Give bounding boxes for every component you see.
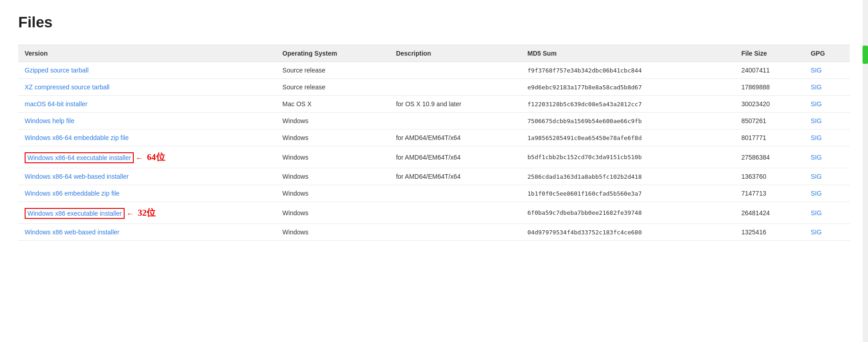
col-gpg: GPG bbox=[804, 45, 850, 62]
sig-link[interactable]: SIG bbox=[810, 67, 821, 74]
table-row: Windows help fileWindows7506675dcbb9a156… bbox=[18, 113, 850, 130]
cell-filesize: 27586384 bbox=[735, 146, 804, 168]
cell-gpg: SIG bbox=[804, 224, 850, 241]
cell-description bbox=[390, 224, 521, 241]
cell-description bbox=[390, 185, 521, 202]
cell-os: Windows bbox=[276, 113, 390, 130]
file-link[interactable]: Windows x86 embeddable zip file bbox=[25, 190, 120, 197]
arrow-icon: ← bbox=[136, 154, 143, 163]
sig-link[interactable]: SIG bbox=[810, 209, 821, 217]
files-table: Version Operating System Description MD5… bbox=[18, 45, 850, 241]
scrollbar-thumb[interactable] bbox=[863, 46, 868, 64]
cell-version: Windows x86 web-based installer bbox=[18, 224, 276, 241]
col-md5: MD5 Sum bbox=[521, 45, 735, 62]
table-row: Windows x86 web-based installerWindows04… bbox=[18, 224, 850, 241]
cell-gpg: SIG bbox=[804, 96, 850, 113]
cell-version: Windows x86-64 executable installer ←64位 bbox=[18, 146, 276, 168]
col-version: Version bbox=[18, 45, 276, 62]
cell-version: XZ compressed source tarball bbox=[18, 79, 276, 96]
cell-gpg: SIG bbox=[804, 62, 850, 79]
col-os: Operating System bbox=[276, 45, 390, 62]
cell-os: Windows bbox=[276, 130, 390, 146]
cell-md5: f9f3768f757e34b342dbc06b41cbc844 bbox=[521, 62, 735, 79]
cell-filesize: 30023420 bbox=[735, 96, 804, 113]
file-link[interactable]: Windows x86-64 embeddable zip file bbox=[25, 134, 129, 141]
cell-version: Windows x86 embeddable zip file bbox=[18, 185, 276, 202]
cell-gpg: SIG bbox=[804, 79, 850, 96]
col-filesize: File Size bbox=[735, 45, 804, 62]
cell-description: for AMD64/EM64T/x64 bbox=[390, 168, 521, 185]
cell-md5: 1b1f0f0c5ee8601f160cfad5b560e3a7 bbox=[521, 185, 735, 202]
table-header-row: Version Operating System Description MD5… bbox=[18, 45, 850, 62]
table-row: Windows x86-64 web-based installerWindow… bbox=[18, 168, 850, 185]
file-link[interactable]: macOS 64-bit installer bbox=[25, 100, 88, 108]
cell-filesize: 7147713 bbox=[735, 185, 804, 202]
cell-version: Windows help file bbox=[18, 113, 276, 130]
cell-md5: f12203128b5c639dc08e5a43a2812cc7 bbox=[521, 96, 735, 113]
cell-os: Mac OS X bbox=[276, 96, 390, 113]
arrow-icon: ← bbox=[126, 209, 134, 218]
cell-os: Source release bbox=[276, 62, 390, 79]
cell-md5: e9d6ebc92183a177b8e8a58cad5b8d67 bbox=[521, 79, 735, 96]
cell-os: Windows bbox=[276, 202, 390, 224]
cell-md5: 04d97979534f4bd33752c183fc4ce680 bbox=[521, 224, 735, 241]
cell-version: Windows x86 executable installer ←32位 bbox=[18, 202, 276, 224]
table-row: Windows x86 embeddable zip fileWindows1b… bbox=[18, 185, 850, 202]
cell-version: macOS 64-bit installer bbox=[18, 96, 276, 113]
cell-filesize: 8507261 bbox=[735, 113, 804, 130]
sig-link[interactable]: SIG bbox=[810, 117, 821, 124]
cell-filesize: 1325416 bbox=[735, 224, 804, 241]
cell-os: Windows bbox=[276, 146, 390, 168]
sig-link[interactable]: SIG bbox=[810, 173, 821, 180]
cell-gpg: SIG bbox=[804, 202, 850, 224]
sig-link[interactable]: SIG bbox=[810, 154, 821, 161]
cell-description: for AMD64/EM64T/x64 bbox=[390, 130, 521, 146]
file-link[interactable]: Windows x86-64 web-based installer bbox=[25, 173, 129, 180]
cell-gpg: SIG bbox=[804, 168, 850, 185]
table-row: macOS 64-bit installerMac OS Xfor OS X 1… bbox=[18, 96, 850, 113]
sig-link[interactable]: SIG bbox=[810, 134, 821, 141]
file-link[interactable]: Windows x86 executable installer bbox=[25, 208, 125, 219]
cell-os: Windows bbox=[276, 185, 390, 202]
cell-gpg: SIG bbox=[804, 130, 850, 146]
cell-filesize: 26481424 bbox=[735, 202, 804, 224]
file-link[interactable]: Windows help file bbox=[25, 117, 74, 124]
table-row: Windows x86 executable installer ←32位Win… bbox=[18, 202, 850, 224]
cell-version: Gzipped source tarball bbox=[18, 62, 276, 79]
file-link[interactable]: XZ compressed source tarball bbox=[25, 83, 110, 91]
sig-link[interactable]: SIG bbox=[810, 228, 821, 236]
cell-md5: b5df1cbb2bc152cd70c3da9151cb510b bbox=[521, 146, 735, 168]
cell-md5: 1a98565285491c0ea65450e78afe6f8d bbox=[521, 130, 735, 146]
cell-filesize: 1363760 bbox=[735, 168, 804, 185]
cell-gpg: SIG bbox=[804, 146, 850, 168]
cell-version: Windows x86-64 web-based installer bbox=[18, 168, 276, 185]
sig-link[interactable]: SIG bbox=[810, 83, 821, 91]
file-link[interactable]: Gzipped source tarball bbox=[25, 67, 89, 74]
cell-filesize: 8017771 bbox=[735, 130, 804, 146]
cell-filesize: 24007411 bbox=[735, 62, 804, 79]
sig-link[interactable]: SIG bbox=[810, 190, 821, 197]
cell-description bbox=[390, 113, 521, 130]
file-link[interactable]: Windows x86 web-based installer bbox=[25, 228, 120, 236]
cell-description bbox=[390, 202, 521, 224]
table-row: Windows x86-64 executable installer ←64位… bbox=[18, 146, 850, 168]
annotation-label: 64位 bbox=[147, 152, 165, 162]
table-row: XZ compressed source tarballSource relea… bbox=[18, 79, 850, 96]
cell-md5: 6f0ba59c7dbeba7bb0ee21682fe39748 bbox=[521, 202, 735, 224]
cell-description: for OS X 10.9 and later bbox=[390, 96, 521, 113]
table-row: Gzipped source tarballSource releasef9f3… bbox=[18, 62, 850, 79]
cell-md5: 2586cdad1a363d1a8abb5fc102b2d418 bbox=[521, 168, 735, 185]
sig-link[interactable]: SIG bbox=[810, 100, 821, 108]
file-link[interactable]: Windows x86-64 executable installer bbox=[25, 152, 134, 163]
table-row: Windows x86-64 embeddable zip fileWindow… bbox=[18, 130, 850, 146]
cell-md5: 7506675dcbb9a1569b54e600ae66c9fb bbox=[521, 113, 735, 130]
annotation-label: 32位 bbox=[138, 208, 156, 218]
col-description: Description bbox=[390, 45, 521, 62]
cell-gpg: SIG bbox=[804, 113, 850, 130]
cell-description bbox=[390, 79, 521, 96]
page-title: Files bbox=[18, 14, 850, 31]
cell-os: Windows bbox=[276, 168, 390, 185]
cell-description bbox=[390, 62, 521, 79]
cell-description: for AMD64/EM64T/x64 bbox=[390, 146, 521, 168]
cell-version: Windows x86-64 embeddable zip file bbox=[18, 130, 276, 146]
